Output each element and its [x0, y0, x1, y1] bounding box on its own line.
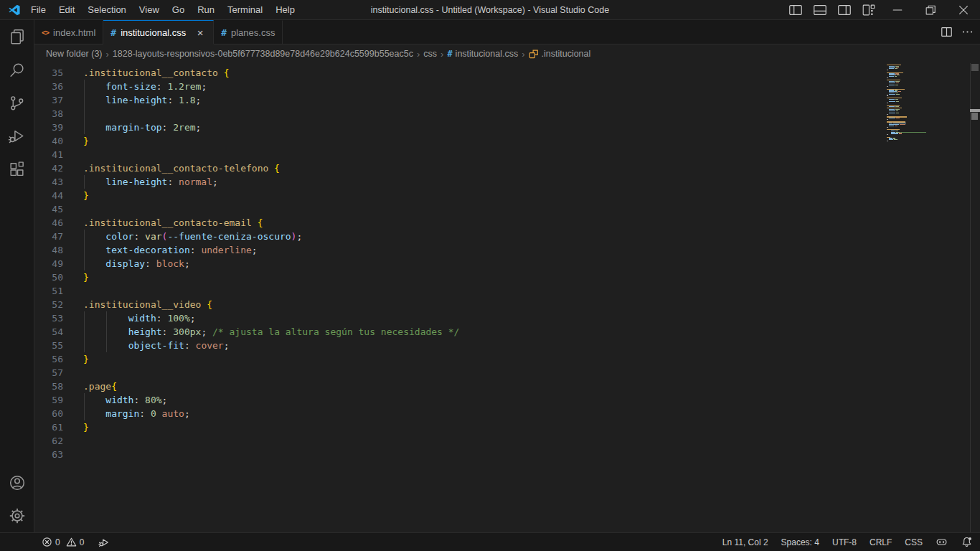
minimap[interactable]	[887, 65, 970, 144]
code-line[interactable]: 50}	[34, 270, 980, 284]
status-language-mode[interactable]: CSS	[905, 537, 923, 547]
run-status-indicator[interactable]	[90, 537, 113, 548]
notifications-bell-icon[interactable]	[961, 536, 973, 548]
activity-run-debug-icon[interactable]	[0, 119, 34, 152]
code-line[interactable]: 53 width: 100%;	[34, 311, 980, 325]
line-number: 35	[34, 66, 63, 80]
scrollbar-thumb[interactable]	[971, 113, 978, 120]
tab-planes-css[interactable]: #planes.css	[214, 20, 283, 44]
toggle-primary-sidebar-icon[interactable]	[783, 0, 808, 20]
menu-file[interactable]: File	[24, 0, 52, 20]
activity-extensions-icon[interactable]	[0, 152, 34, 185]
breadcrumb-item[interactable]: css	[423, 49, 437, 59]
tab-index-html[interactable]: <>index.html	[34, 20, 103, 44]
code-line[interactable]: 57	[34, 366, 980, 380]
code-line[interactable]: 46.institucional__contacto-email {	[34, 216, 980, 230]
code-line[interactable]: 41	[34, 148, 980, 161]
line-number: 50	[34, 270, 63, 284]
code-line[interactable]: 39 margin-top: 2rem;	[34, 121, 980, 134]
copilot-icon[interactable]	[936, 536, 948, 548]
status-encoding[interactable]: UTF-8	[832, 537, 857, 547]
activity-accounts-icon[interactable]	[0, 466, 34, 499]
code-line[interactable]: 51	[34, 284, 980, 298]
line-number: 53	[34, 311, 63, 325]
problems-indicator[interactable]: 00	[39, 537, 87, 547]
tab-label: planes.css	[231, 27, 275, 38]
menu-help[interactable]: Help	[269, 0, 301, 20]
code-lines[interactable]: 35.institucional__contacto {36 font-size…	[34, 63, 980, 532]
code-line[interactable]: 35.institucional__contacto {	[34, 66, 980, 80]
menu-edit[interactable]: Edit	[52, 0, 81, 20]
line-number: 58	[34, 380, 63, 393]
window-restore-button[interactable]	[914, 0, 947, 20]
line-number: 54	[34, 325, 63, 339]
line-number: 55	[34, 339, 63, 352]
code-text: }	[83, 352, 89, 366]
code-line[interactable]: 60 margin: 0 auto;	[34, 407, 980, 420]
code-line[interactable]: 42.institucional__contacto-telefono {	[34, 161, 980, 175]
status-cursor-position[interactable]: Ln 11, Col 2	[722, 537, 768, 547]
menu-run[interactable]: Run	[191, 0, 221, 20]
breadcrumb-item[interactable]: #institucional.css	[447, 49, 518, 59]
menu-view[interactable]: View	[133, 0, 166, 20]
code-line[interactable]: 62	[34, 434, 980, 448]
menu-selection[interactable]: Selection	[81, 0, 132, 20]
code-line[interactable]: 61}	[34, 420, 980, 434]
code-line[interactable]: 56}	[34, 352, 980, 366]
menu-terminal[interactable]: Terminal	[221, 0, 269, 20]
status-eol-sequence[interactable]: CRLF	[870, 537, 892, 547]
scrollbar[interactable]	[970, 63, 980, 532]
breadcrumb-item[interactable]: 1828-layouts-responsivos-0eb5f677738d89e…	[113, 49, 413, 59]
activity-settings-icon[interactable]	[0, 499, 34, 532]
code-text: }	[83, 420, 89, 434]
code-line[interactable]: 45	[34, 202, 980, 216]
code-line[interactable]: 48 text-decoration: underline;	[34, 243, 980, 257]
split-editor-icon[interactable]	[940, 25, 953, 39]
toggle-secondary-sidebar-icon[interactable]	[832, 0, 857, 20]
code-line[interactable]: 40}	[34, 134, 980, 148]
tab-strip-empty	[283, 20, 980, 44]
line-number: 45	[34, 202, 63, 216]
customize-layout-icon[interactable]	[857, 0, 881, 20]
code-line[interactable]: 36 font-size: 1.2rem;	[34, 80, 980, 93]
line-number: 48	[34, 243, 63, 257]
code-line[interactable]: 55 object-fit: cover;	[34, 339, 980, 352]
window-minimize-button[interactable]	[881, 0, 914, 20]
activity-source-control-icon[interactable]	[0, 86, 34, 119]
code-line[interactable]: 43 line-height: normal;	[34, 175, 980, 189]
scrollbar-thumb-bar[interactable]	[970, 109, 980, 112]
code-editor[interactable]: 35.institucional__contacto {36 font-size…	[34, 63, 980, 532]
window-close-button[interactable]	[947, 0, 980, 20]
symbol-class-icon	[529, 49, 539, 59]
breadcrumb-item[interactable]: .institucional	[529, 49, 591, 59]
code-line[interactable]: 63	[34, 448, 980, 461]
status-indentation[interactable]: Spaces: 4	[781, 537, 819, 547]
tab-institucional-css[interactable]: #institucional.css×	[103, 20, 214, 44]
html-file-icon: <>	[42, 29, 49, 37]
titlebar: FileEditSelectionViewGoRunTerminalHelp i…	[0, 0, 980, 20]
activity-search-icon[interactable]	[0, 53, 34, 86]
line-number: 41	[34, 148, 63, 161]
breadcrumb-item[interactable]: New folder (3)	[46, 49, 103, 59]
code-line[interactable]: 59 width: 80%;	[34, 393, 980, 407]
code-line[interactable]: 54 height: 300px; /* ajusta la altura se…	[34, 325, 980, 339]
code-line[interactable]: 58.page{	[34, 380, 980, 393]
code-line[interactable]: 38	[34, 107, 980, 121]
code-line[interactable]: 47 color: var(--fuente-ceniza-oscuro);	[34, 230, 980, 243]
code-text: .institucional__contacto-telefono {	[83, 161, 280, 175]
tab-close-icon[interactable]: ×	[194, 27, 206, 39]
titlebar-controls	[783, 0, 980, 20]
code-text: width: 80%;	[83, 393, 167, 407]
code-line[interactable]: 52.institucional__video {	[34, 298, 980, 311]
code-text: }	[83, 134, 89, 148]
activity-explorer-icon[interactable]	[0, 20, 34, 53]
menu-go[interactable]: Go	[166, 0, 191, 20]
css-file-icon: #	[447, 49, 452, 59]
line-number: 36	[34, 80, 63, 93]
code-line[interactable]: 37 line-height: 1.8;	[34, 93, 980, 107]
tab-label: institucional.css	[121, 27, 186, 38]
code-line[interactable]: 49 display: block;	[34, 257, 980, 270]
code-line[interactable]: 44}	[34, 189, 980, 202]
toggle-panel-icon[interactable]	[808, 0, 832, 20]
more-actions-icon[interactable]	[961, 25, 974, 39]
